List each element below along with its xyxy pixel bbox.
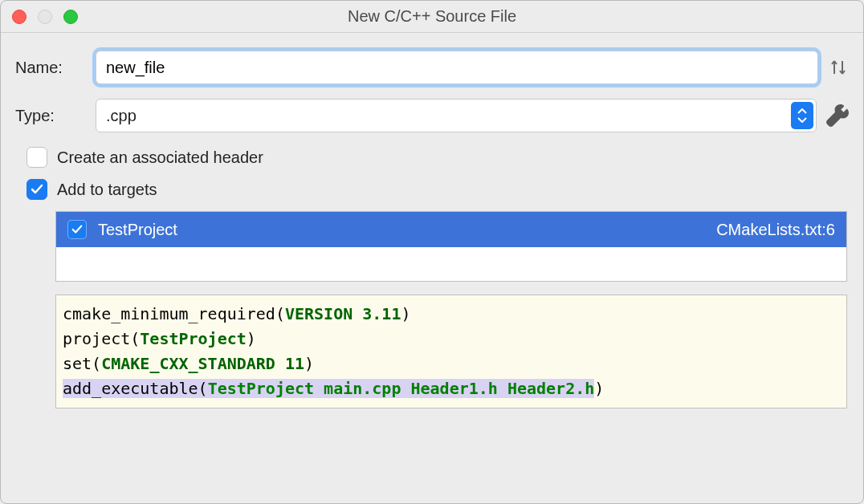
type-label: Type: <box>15 107 96 125</box>
target-checkbox[interactable] <box>67 220 87 239</box>
target-name: TestProject <box>98 221 177 239</box>
target-source: CMakeLists.txt:6 <box>716 221 835 239</box>
content-area: Name: Type: .cpp <box>1 33 863 408</box>
settings-icon[interactable] <box>826 104 849 127</box>
close-window-button[interactable] <box>12 10 26 24</box>
code-line-4: set(CMAKE_CXX_STANDARD 11) <box>59 352 843 376</box>
zoom-window-button[interactable] <box>63 10 78 24</box>
type-value: .cpp <box>106 107 137 125</box>
code-preview: cmake_minimum_required(VERSION 3.11) pro… <box>55 295 847 408</box>
window-title: New C/C++ Source File <box>1 7 863 26</box>
minimize-window-button[interactable] <box>38 10 52 24</box>
code-line-2: project(TestProject) <box>59 327 843 352</box>
sort-toggle-icon[interactable] <box>828 55 849 79</box>
create-header-row[interactable]: Create an associated header <box>15 147 849 168</box>
name-label: Name: <box>15 59 96 77</box>
window-controls <box>12 10 78 24</box>
type-select[interactable]: .cpp <box>96 99 817 132</box>
type-row: Type: .cpp <box>15 99 849 132</box>
add-to-targets-label: Add to targets <box>57 181 157 199</box>
add-to-targets-checkbox[interactable] <box>26 179 47 200</box>
titlebar: New C/C++ Source File <box>1 1 863 33</box>
create-header-label: Create an associated header <box>57 148 263 167</box>
name-row: Name: <box>15 51 849 84</box>
dialog-window: New C/C++ Source File Name: Type: .cpp <box>0 0 864 504</box>
targets-list: TestProject CMakeLists.txt:6 <box>55 211 847 282</box>
target-row[interactable]: TestProject CMakeLists.txt:6 <box>56 212 846 247</box>
chevron-updown-icon <box>791 102 813 129</box>
name-input[interactable] <box>96 51 818 84</box>
add-to-targets-row[interactable]: Add to targets <box>15 179 849 200</box>
code-line-6: add_executable(TestProject main.cpp Head… <box>59 376 843 401</box>
create-header-checkbox[interactable] <box>26 147 47 168</box>
code-line-1: cmake_minimum_required(VERSION 3.11) <box>59 302 843 327</box>
target-empty-row <box>56 247 846 281</box>
